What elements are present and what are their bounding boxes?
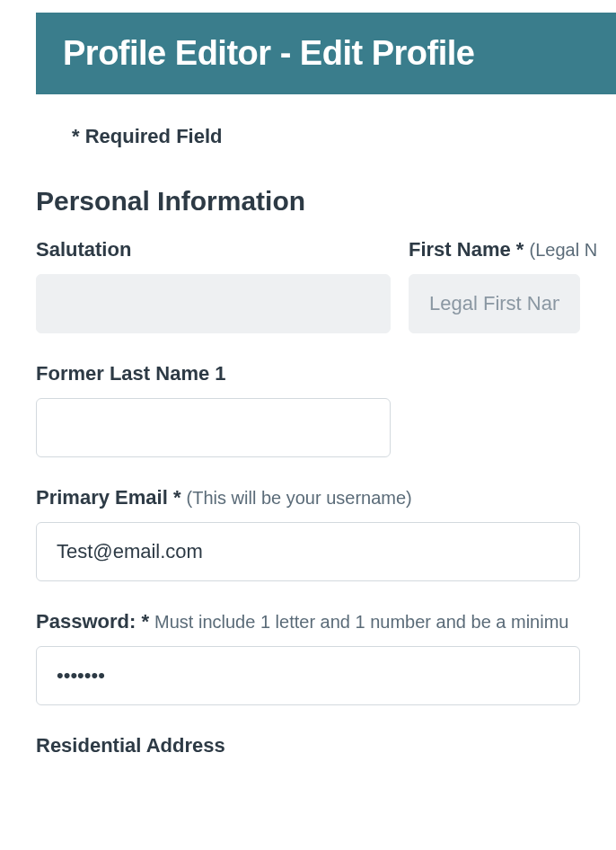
group-primary-email: Primary Email * (This will be your usern… xyxy=(36,486,580,581)
salutation-input[interactable] xyxy=(36,274,391,333)
section-residential-address: Residential Address xyxy=(36,734,580,757)
row-former-last-name: Former Last Name 1 xyxy=(36,362,580,457)
form-content: * Required Field Personal Information Sa… xyxy=(0,125,616,757)
page-title: Profile Editor - Edit Profile xyxy=(63,34,589,73)
group-first-name: First Name * (Legal N xyxy=(409,238,580,333)
row-password: Password: * Must include 1 letter and 1 … xyxy=(36,610,580,705)
section-personal-information: Personal Information xyxy=(36,186,580,217)
password-hint: Must include 1 letter and 1 number and b… xyxy=(154,612,568,632)
group-former-last-name-1: Former Last Name 1 xyxy=(36,362,391,457)
label-salutation: Salutation xyxy=(36,238,391,261)
page-header: Profile Editor - Edit Profile xyxy=(36,13,616,94)
group-salutation: Salutation xyxy=(36,238,391,333)
required-mark: * xyxy=(173,486,181,509)
required-mark: * xyxy=(141,610,149,633)
primary-email-input[interactable] xyxy=(36,522,580,581)
label-former-last-name-1: Former Last Name 1 xyxy=(36,362,391,385)
former-last-name-1-input[interactable] xyxy=(36,398,391,457)
first-name-hint: (Legal N xyxy=(530,240,598,260)
label-password-text: Password: xyxy=(36,610,136,633)
required-field-note: * Required Field xyxy=(72,125,580,148)
label-first-name: First Name * (Legal N xyxy=(409,238,580,261)
row-salutation-firstname: Salutation First Name * (Legal N xyxy=(36,238,580,333)
label-password: Password: * Must include 1 letter and 1 … xyxy=(36,610,580,633)
label-primary-email-text: Primary Email xyxy=(36,486,168,509)
required-mark: * xyxy=(516,238,524,261)
label-first-name-text: First Name xyxy=(409,238,511,261)
row-primary-email: Primary Email * (This will be your usern… xyxy=(36,486,580,581)
label-primary-email: Primary Email * (This will be your usern… xyxy=(36,486,580,509)
first-name-input[interactable] xyxy=(409,274,580,333)
group-password: Password: * Must include 1 letter and 1 … xyxy=(36,610,580,705)
primary-email-hint: (This will be your username) xyxy=(187,488,412,508)
password-input[interactable] xyxy=(36,646,580,705)
